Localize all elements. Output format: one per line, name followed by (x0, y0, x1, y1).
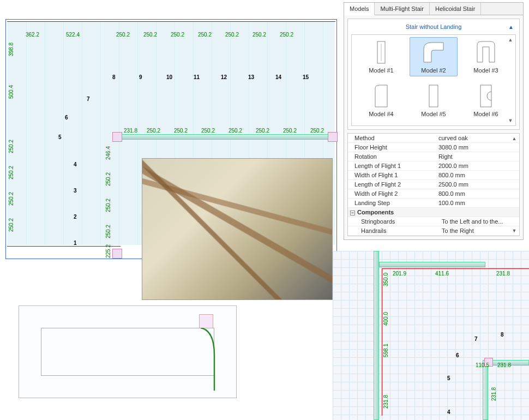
step-number: 2 (74, 214, 77, 220)
property-value[interactable]: 2500.0 mm (435, 180, 519, 189)
model-option-4[interactable]: Model #4 (357, 81, 405, 120)
step-number: 5 (447, 375, 450, 381)
model-option-5[interactable]: Model #5 (410, 81, 458, 120)
dimension: 231.8 (496, 271, 510, 277)
property-key: Length of Flight 2 (348, 180, 435, 189)
dimension: 250.2 (253, 32, 266, 38)
step-number: 1 (74, 240, 77, 246)
dimension: 250.2 (105, 199, 111, 212)
model-grid: ▲ ▼ Model #1Model #2Model #3Model #4Mode… (351, 34, 516, 126)
dimension: 250.2 (143, 32, 157, 38)
property-value[interactable]: To the Left and to the... (438, 217, 519, 226)
property-value[interactable]: Right (435, 152, 519, 161)
dimension: 250.2 (8, 140, 14, 153)
model-label: Model #2 (411, 67, 456, 74)
property-value[interactable]: 800.0 mm (435, 171, 519, 179)
property-key: Length of Flight 1 (348, 161, 435, 170)
dimension: 362.2 (26, 32, 39, 38)
property-value[interactable]: 100.0 mm (435, 199, 519, 207)
dimension: 250.2 (116, 32, 130, 38)
newel-post (199, 314, 213, 328)
svg-rect-3 (480, 85, 491, 107)
handrail-curve-icon (184, 328, 217, 393)
property-row[interactable]: HandrailsTo the Right (348, 226, 519, 236)
model-thumbnail-icon (464, 40, 508, 65)
step-number: 13 (248, 74, 254, 80)
property-row[interactable]: Floor Height3080.0 mm (348, 143, 519, 152)
property-key: Stringboards (348, 217, 438, 226)
property-key: Handrails (348, 226, 438, 235)
model-option-1[interactable]: Model #1 (357, 37, 405, 76)
scroll-down-icon[interactable]: ▼ (510, 227, 518, 235)
boundary-line (7, 21, 335, 22)
step-number: 7 (474, 336, 478, 342)
model-option-3[interactable]: Model #3 (462, 37, 510, 76)
collapse-minus-icon[interactable]: − (350, 211, 355, 215)
tab-multi-flight[interactable]: Multi-Flight Stair (375, 3, 429, 15)
boundary-line (382, 268, 529, 269)
section-title: Stair without Landing (406, 23, 462, 30)
property-value[interactable]: 3080.0 mm (435, 143, 519, 152)
dimension: 250.2 (105, 172, 111, 186)
property-group-components[interactable]: −Components (348, 208, 519, 217)
scroll-up-icon[interactable]: ▲ (510, 135, 518, 142)
property-key: Landing Step (348, 199, 435, 207)
property-key: Method (348, 134, 435, 142)
step-number: 8 (501, 332, 504, 338)
step-number: 11 (194, 74, 200, 80)
property-row[interactable]: Width of Flight 2800.0 mm (348, 189, 519, 199)
property-row[interactable]: Length of Flight 12000.0 mm (348, 161, 519, 171)
model-thumbnail-icon (411, 40, 456, 65)
dimension: 225.2 (105, 244, 111, 258)
step-number: 10 (166, 74, 172, 80)
property-row[interactable]: Width of Flight 1800.0 mm (348, 171, 519, 180)
step-number: 12 (221, 74, 227, 80)
property-row[interactable]: StringboardsTo the Left and to the... (348, 217, 519, 226)
dimension: 500.4 (8, 85, 14, 99)
step-number: 5 (58, 134, 62, 140)
property-row[interactable]: Methodcurved oak (348, 134, 519, 143)
scroll-down-icon[interactable]: ▼ (507, 117, 514, 124)
dimension: 250.2 (201, 128, 215, 134)
dimension: 250.2 (280, 32, 293, 38)
wall (483, 360, 488, 420)
tab-helicoidal[interactable]: Helicoidal Stair (430, 3, 481, 15)
step-number: 15 (303, 74, 309, 80)
wall (115, 134, 333, 140)
property-value[interactable]: 2000.0 mm (435, 161, 519, 170)
dimension: 522.4 (66, 32, 80, 38)
property-row[interactable]: Length of Flight 22500.0 mm (348, 180, 519, 189)
dimension: 411.6 (435, 271, 449, 277)
property-row[interactable]: RotationRight (348, 152, 519, 161)
property-value[interactable]: To the Right (438, 226, 519, 235)
collapse-icon[interactable]: ▲ (508, 24, 514, 30)
stair-plan-detail: 231.8 201.9411.6231.8350.0400.0598.1231.… (333, 251, 529, 420)
wall (374, 251, 379, 420)
property-row[interactable]: Landing Step100.0 mm (348, 199, 519, 208)
model-thumbnail-icon (359, 40, 404, 65)
dimension: 110.5 (476, 362, 489, 368)
newel-post (328, 132, 338, 142)
step-number: 6 (65, 115, 68, 121)
dimension: 231.8 (124, 128, 137, 134)
dimension: 246.4 (105, 146, 111, 160)
dimension: 250.2 (171, 32, 184, 38)
property-key: Rotation (348, 152, 435, 161)
dimension: 350.0 (383, 273, 389, 286)
step-number: 9 (139, 74, 142, 80)
tab-models[interactable]: Models (344, 3, 375, 15)
property-value[interactable]: curved oak (435, 134, 519, 142)
model-option-2[interactable]: Model #2 (410, 37, 458, 76)
section-header[interactable]: Stair without Landing ▲ (348, 19, 519, 34)
model-option-6[interactable]: Model #6 (462, 81, 510, 120)
step-number: 4 (447, 409, 450, 415)
model-label: Model #6 (464, 111, 508, 117)
dimension: 250.2 (105, 225, 111, 238)
property-value[interactable]: 800.0 mm (435, 189, 519, 198)
dimension: 250.2 (310, 128, 324, 134)
model-label: Model #1 (359, 67, 404, 74)
step-number: 14 (275, 74, 281, 80)
dimension: 250.2 (8, 166, 14, 179)
scroll-up-icon[interactable]: ▲ (507, 36, 514, 44)
newel-post (112, 132, 122, 142)
